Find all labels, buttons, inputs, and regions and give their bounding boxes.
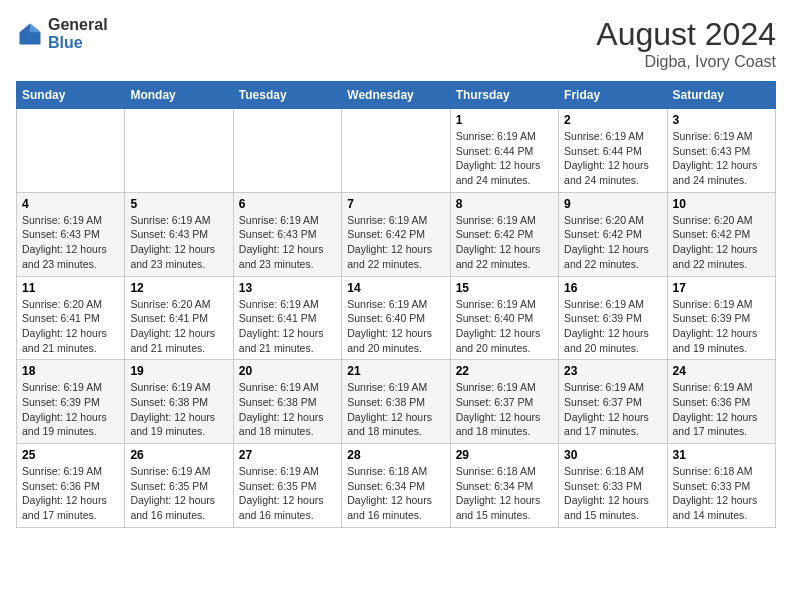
calendar-cell: 25Sunrise: 6:19 AM Sunset: 6:36 PM Dayli… bbox=[17, 444, 125, 528]
day-number: 12 bbox=[130, 281, 227, 295]
week-row-5: 25Sunrise: 6:19 AM Sunset: 6:36 PM Dayli… bbox=[17, 444, 776, 528]
day-number: 25 bbox=[22, 448, 119, 462]
day-number: 11 bbox=[22, 281, 119, 295]
page-header: General Blue August 2024 Digba, Ivory Co… bbox=[16, 16, 776, 71]
calendar-cell: 8Sunrise: 6:19 AM Sunset: 6:42 PM Daylig… bbox=[450, 192, 558, 276]
logo: General Blue bbox=[16, 16, 108, 51]
day-info: Sunrise: 6:19 AM Sunset: 6:36 PM Dayligh… bbox=[673, 380, 770, 439]
day-info: Sunrise: 6:19 AM Sunset: 6:40 PM Dayligh… bbox=[347, 297, 444, 356]
calendar-cell: 16Sunrise: 6:19 AM Sunset: 6:39 PM Dayli… bbox=[559, 276, 667, 360]
day-info: Sunrise: 6:20 AM Sunset: 6:42 PM Dayligh… bbox=[564, 213, 661, 272]
day-number: 21 bbox=[347, 364, 444, 378]
calendar-cell: 3Sunrise: 6:19 AM Sunset: 6:43 PM Daylig… bbox=[667, 109, 775, 193]
day-number: 10 bbox=[673, 197, 770, 211]
day-info: Sunrise: 6:19 AM Sunset: 6:36 PM Dayligh… bbox=[22, 464, 119, 523]
page-title: August 2024 bbox=[596, 16, 776, 53]
header-day-sunday: Sunday bbox=[17, 82, 125, 109]
calendar-header: SundayMondayTuesdayWednesdayThursdayFrid… bbox=[17, 82, 776, 109]
calendar-cell: 31Sunrise: 6:18 AM Sunset: 6:33 PM Dayli… bbox=[667, 444, 775, 528]
calendar-cell: 9Sunrise: 6:20 AM Sunset: 6:42 PM Daylig… bbox=[559, 192, 667, 276]
day-info: Sunrise: 6:19 AM Sunset: 6:35 PM Dayligh… bbox=[239, 464, 336, 523]
page-subtitle: Digba, Ivory Coast bbox=[596, 53, 776, 71]
day-number: 8 bbox=[456, 197, 553, 211]
calendar-cell bbox=[17, 109, 125, 193]
day-info: Sunrise: 6:19 AM Sunset: 6:44 PM Dayligh… bbox=[456, 129, 553, 188]
day-info: Sunrise: 6:18 AM Sunset: 6:33 PM Dayligh… bbox=[564, 464, 661, 523]
calendar-cell: 12Sunrise: 6:20 AM Sunset: 6:41 PM Dayli… bbox=[125, 276, 233, 360]
day-info: Sunrise: 6:19 AM Sunset: 6:43 PM Dayligh… bbox=[22, 213, 119, 272]
calendar-cell: 23Sunrise: 6:19 AM Sunset: 6:37 PM Dayli… bbox=[559, 360, 667, 444]
day-info: Sunrise: 6:18 AM Sunset: 6:33 PM Dayligh… bbox=[673, 464, 770, 523]
day-number: 1 bbox=[456, 113, 553, 127]
header-day-friday: Friday bbox=[559, 82, 667, 109]
day-info: Sunrise: 6:19 AM Sunset: 6:43 PM Dayligh… bbox=[673, 129, 770, 188]
calendar-cell: 19Sunrise: 6:19 AM Sunset: 6:38 PM Dayli… bbox=[125, 360, 233, 444]
week-row-3: 11Sunrise: 6:20 AM Sunset: 6:41 PM Dayli… bbox=[17, 276, 776, 360]
day-number: 13 bbox=[239, 281, 336, 295]
calendar-cell: 10Sunrise: 6:20 AM Sunset: 6:42 PM Dayli… bbox=[667, 192, 775, 276]
day-number: 26 bbox=[130, 448, 227, 462]
day-number: 3 bbox=[673, 113, 770, 127]
day-info: Sunrise: 6:19 AM Sunset: 6:39 PM Dayligh… bbox=[673, 297, 770, 356]
calendar-cell: 1Sunrise: 6:19 AM Sunset: 6:44 PM Daylig… bbox=[450, 109, 558, 193]
calendar-body: 1Sunrise: 6:19 AM Sunset: 6:44 PM Daylig… bbox=[17, 109, 776, 528]
calendar-cell: 2Sunrise: 6:19 AM Sunset: 6:44 PM Daylig… bbox=[559, 109, 667, 193]
header-day-thursday: Thursday bbox=[450, 82, 558, 109]
day-info: Sunrise: 6:19 AM Sunset: 6:43 PM Dayligh… bbox=[239, 213, 336, 272]
day-info: Sunrise: 6:20 AM Sunset: 6:41 PM Dayligh… bbox=[130, 297, 227, 356]
calendar-cell: 4Sunrise: 6:19 AM Sunset: 6:43 PM Daylig… bbox=[17, 192, 125, 276]
day-number: 7 bbox=[347, 197, 444, 211]
day-number: 23 bbox=[564, 364, 661, 378]
header-row: SundayMondayTuesdayWednesdayThursdayFrid… bbox=[17, 82, 776, 109]
calendar-cell: 13Sunrise: 6:19 AM Sunset: 6:41 PM Dayli… bbox=[233, 276, 341, 360]
day-info: Sunrise: 6:19 AM Sunset: 6:38 PM Dayligh… bbox=[239, 380, 336, 439]
calendar-cell: 26Sunrise: 6:19 AM Sunset: 6:35 PM Dayli… bbox=[125, 444, 233, 528]
calendar-cell bbox=[125, 109, 233, 193]
calendar-cell: 27Sunrise: 6:19 AM Sunset: 6:35 PM Dayli… bbox=[233, 444, 341, 528]
calendar-cell bbox=[233, 109, 341, 193]
day-number: 22 bbox=[456, 364, 553, 378]
calendar-cell: 21Sunrise: 6:19 AM Sunset: 6:38 PM Dayli… bbox=[342, 360, 450, 444]
day-number: 14 bbox=[347, 281, 444, 295]
week-row-2: 4Sunrise: 6:19 AM Sunset: 6:43 PM Daylig… bbox=[17, 192, 776, 276]
calendar-cell: 18Sunrise: 6:19 AM Sunset: 6:39 PM Dayli… bbox=[17, 360, 125, 444]
day-number: 9 bbox=[564, 197, 661, 211]
calendar-cell: 14Sunrise: 6:19 AM Sunset: 6:40 PM Dayli… bbox=[342, 276, 450, 360]
calendar-cell: 15Sunrise: 6:19 AM Sunset: 6:40 PM Dayli… bbox=[450, 276, 558, 360]
day-info: Sunrise: 6:19 AM Sunset: 6:38 PM Dayligh… bbox=[130, 380, 227, 439]
calendar-cell: 28Sunrise: 6:18 AM Sunset: 6:34 PM Dayli… bbox=[342, 444, 450, 528]
day-number: 24 bbox=[673, 364, 770, 378]
day-number: 2 bbox=[564, 113, 661, 127]
calendar-cell bbox=[342, 109, 450, 193]
logo-icon bbox=[16, 20, 44, 48]
day-info: Sunrise: 6:20 AM Sunset: 6:41 PM Dayligh… bbox=[22, 297, 119, 356]
logo-text: General Blue bbox=[48, 16, 108, 51]
logo-blue: Blue bbox=[48, 34, 108, 52]
week-row-4: 18Sunrise: 6:19 AM Sunset: 6:39 PM Dayli… bbox=[17, 360, 776, 444]
day-number: 6 bbox=[239, 197, 336, 211]
calendar-cell: 7Sunrise: 6:19 AM Sunset: 6:42 PM Daylig… bbox=[342, 192, 450, 276]
week-row-1: 1Sunrise: 6:19 AM Sunset: 6:44 PM Daylig… bbox=[17, 109, 776, 193]
title-block: August 2024 Digba, Ivory Coast bbox=[596, 16, 776, 71]
day-info: Sunrise: 6:18 AM Sunset: 6:34 PM Dayligh… bbox=[456, 464, 553, 523]
day-info: Sunrise: 6:19 AM Sunset: 6:39 PM Dayligh… bbox=[564, 297, 661, 356]
day-info: Sunrise: 6:19 AM Sunset: 6:38 PM Dayligh… bbox=[347, 380, 444, 439]
day-number: 15 bbox=[456, 281, 553, 295]
calendar-cell: 17Sunrise: 6:19 AM Sunset: 6:39 PM Dayli… bbox=[667, 276, 775, 360]
day-info: Sunrise: 6:19 AM Sunset: 6:39 PM Dayligh… bbox=[22, 380, 119, 439]
day-info: Sunrise: 6:19 AM Sunset: 6:35 PM Dayligh… bbox=[130, 464, 227, 523]
header-day-saturday: Saturday bbox=[667, 82, 775, 109]
calendar-table: SundayMondayTuesdayWednesdayThursdayFrid… bbox=[16, 81, 776, 528]
day-info: Sunrise: 6:19 AM Sunset: 6:44 PM Dayligh… bbox=[564, 129, 661, 188]
svg-marker-1 bbox=[30, 23, 41, 32]
calendar-cell: 11Sunrise: 6:20 AM Sunset: 6:41 PM Dayli… bbox=[17, 276, 125, 360]
day-info: Sunrise: 6:19 AM Sunset: 6:42 PM Dayligh… bbox=[456, 213, 553, 272]
day-info: Sunrise: 6:19 AM Sunset: 6:43 PM Dayligh… bbox=[130, 213, 227, 272]
calendar-cell: 29Sunrise: 6:18 AM Sunset: 6:34 PM Dayli… bbox=[450, 444, 558, 528]
day-info: Sunrise: 6:19 AM Sunset: 6:37 PM Dayligh… bbox=[564, 380, 661, 439]
day-number: 20 bbox=[239, 364, 336, 378]
day-info: Sunrise: 6:18 AM Sunset: 6:34 PM Dayligh… bbox=[347, 464, 444, 523]
day-info: Sunrise: 6:19 AM Sunset: 6:40 PM Dayligh… bbox=[456, 297, 553, 356]
header-day-wednesday: Wednesday bbox=[342, 82, 450, 109]
day-number: 27 bbox=[239, 448, 336, 462]
